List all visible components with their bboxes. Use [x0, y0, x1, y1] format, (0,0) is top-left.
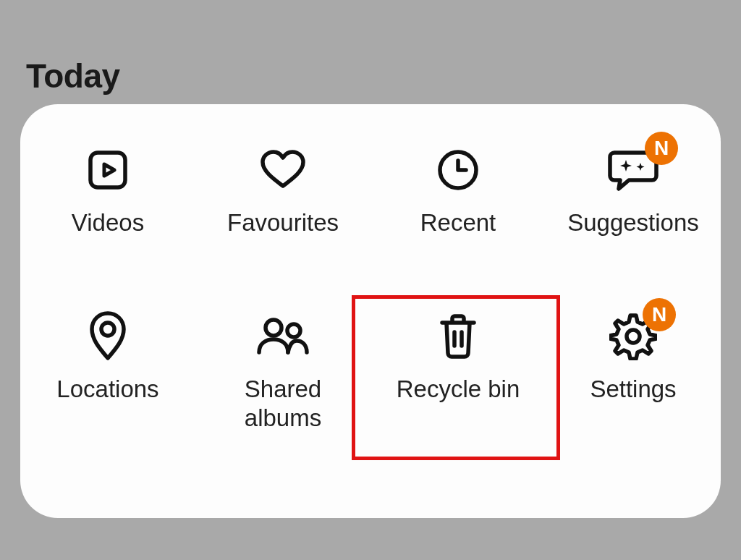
menu-item-recent[interactable]: Recent: [370, 142, 546, 308]
new-badge: N: [645, 132, 678, 165]
page-title: Today: [26, 56, 120, 96]
heart-icon: [258, 142, 308, 198]
menu-item-label: Suggestions: [567, 208, 699, 237]
menu-item-label: Recent: [420, 208, 496, 237]
location-icon: [88, 308, 128, 365]
menu-item-label: Locations: [56, 375, 158, 404]
svg-point-4: [287, 324, 300, 337]
suggestions-icon: N: [607, 142, 659, 198]
menu-item-label: Favourites: [227, 208, 339, 237]
svg-point-5: [627, 330, 640, 343]
menu-item-settings[interactable]: N Settings: [546, 308, 721, 518]
clock-icon: [436, 142, 480, 198]
gear-icon: N: [609, 308, 657, 365]
menu-item-favourites[interactable]: Favourites: [195, 142, 370, 308]
menu-card: Videos Favourites Recent: [20, 104, 721, 518]
menu-grid: Videos Favourites Recent: [20, 104, 721, 518]
menu-item-label: Recycle bin: [397, 375, 520, 404]
menu-item-recycle-bin[interactable]: Recycle bin: [370, 308, 546, 518]
menu-item-label: Shared albums: [211, 375, 355, 433]
new-badge: N: [643, 298, 676, 331]
svg-rect-0: [90, 153, 125, 187]
menu-item-shared-albums[interactable]: Shared albums: [195, 308, 370, 518]
videos-icon: [86, 142, 130, 198]
menu-item-label: Settings: [590, 375, 676, 404]
menu-item-suggestions[interactable]: N Suggestions: [546, 142, 721, 308]
menu-item-label: Videos: [72, 208, 144, 237]
trash-icon: [438, 308, 478, 365]
svg-point-2: [101, 323, 114, 336]
menu-item-videos[interactable]: Videos: [20, 142, 195, 308]
menu-item-locations[interactable]: Locations: [20, 308, 195, 518]
svg-point-3: [266, 320, 281, 336]
people-icon: [256, 308, 310, 365]
